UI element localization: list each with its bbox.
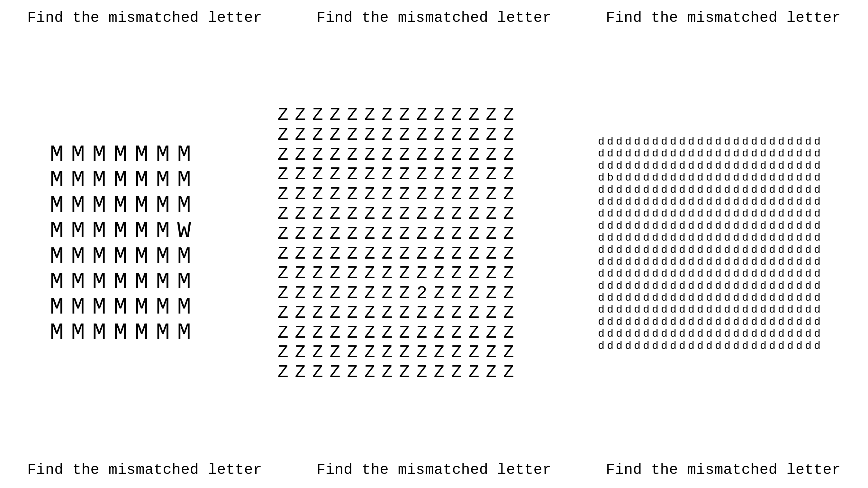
puzzle2-cell: Z bbox=[413, 125, 431, 145]
puzzle2-row: ZZZZZZZZZZZZZZ bbox=[274, 323, 517, 343]
puzzle3-cell: d bbox=[786, 172, 795, 184]
puzzle2-row: ZZZZZZZZZZZZZZ bbox=[274, 165, 517, 185]
puzzle3-cell: d bbox=[750, 328, 759, 340]
puzzle3-cell: d bbox=[615, 172, 624, 184]
puzzle3-cell: d bbox=[606, 256, 615, 268]
puzzle3-row: ddddddddddddddddddddddddd bbox=[597, 292, 822, 304]
puzzle2-cell: Z bbox=[378, 264, 396, 284]
puzzle2-cell: Z bbox=[344, 284, 361, 303]
puzzle2-cell: Z bbox=[378, 224, 396, 244]
puzzle1-cell: M bbox=[152, 320, 174, 346]
puzzle3-cell: d bbox=[660, 328, 669, 340]
puzzle3-cell: d bbox=[777, 160, 786, 172]
puzzle2-cell: Z bbox=[326, 105, 344, 125]
puzzle2-cell: Z bbox=[465, 323, 483, 343]
puzzle3-cell: d bbox=[741, 172, 750, 184]
top-labels: Find the mismatched letter Find the mism… bbox=[0, 0, 868, 26]
puzzle3-cell: d bbox=[696, 256, 705, 268]
puzzle2-cell: Z bbox=[344, 105, 361, 125]
puzzle3-cell: d bbox=[786, 328, 795, 340]
puzzle3-row: ddddddddddddddddddddddddd bbox=[597, 232, 822, 244]
puzzle3-cell: d bbox=[768, 256, 777, 268]
puzzle3-cell: d bbox=[795, 328, 804, 340]
puzzle3-cell: d bbox=[723, 292, 732, 304]
puzzle2-cell: Z bbox=[413, 363, 431, 383]
puzzle2-cell: Z bbox=[483, 165, 500, 185]
puzzle3-cell: d bbox=[750, 244, 759, 256]
puzzle3-cell: d bbox=[804, 340, 813, 352]
puzzle3-cell: d bbox=[759, 304, 768, 316]
puzzle2-cell: Z bbox=[309, 204, 326, 224]
puzzle3-cell: d bbox=[705, 244, 714, 256]
puzzle3-cell: d bbox=[633, 232, 642, 244]
puzzle3-cell: d bbox=[687, 196, 696, 208]
puzzle3-cell: d bbox=[750, 208, 759, 220]
puzzle2-cell: Z bbox=[361, 363, 378, 383]
puzzle3-cell: d bbox=[651, 328, 660, 340]
puzzle2-cell: Z bbox=[396, 204, 413, 224]
puzzle2-cell: Z bbox=[465, 165, 483, 185]
puzzle3-cell: d bbox=[633, 220, 642, 232]
puzzle2-cell: Z bbox=[448, 343, 465, 363]
puzzle3-cell: d bbox=[642, 148, 651, 160]
puzzle3-cell: d bbox=[633, 316, 642, 328]
puzzle3-cell: d bbox=[768, 292, 777, 304]
puzzle3-cell: d bbox=[741, 328, 750, 340]
puzzle3-cell: d bbox=[804, 160, 813, 172]
puzzle3-cell: d bbox=[606, 268, 615, 280]
puzzle2-cell: Z bbox=[500, 145, 517, 165]
puzzle3-cell: d bbox=[696, 268, 705, 280]
puzzle1-cell: M bbox=[152, 168, 174, 193]
puzzle3-cell: d bbox=[786, 316, 795, 328]
puzzle3-cell: d bbox=[624, 196, 633, 208]
puzzle3-cell: d bbox=[651, 148, 660, 160]
puzzle3-cell: d bbox=[705, 316, 714, 328]
puzzle3-cell: d bbox=[597, 232, 606, 244]
puzzle2-cell: Z bbox=[413, 303, 431, 323]
puzzle3-cell: d bbox=[624, 304, 633, 316]
puzzle3-cell: d bbox=[597, 208, 606, 220]
puzzle2-cell: Z bbox=[483, 224, 500, 244]
puzzle3-cell: d bbox=[723, 268, 732, 280]
puzzle3-cell: d bbox=[678, 232, 687, 244]
puzzle3-cell: d bbox=[777, 256, 786, 268]
puzzle3-cell: d bbox=[813, 220, 822, 232]
puzzle1-cell: M bbox=[174, 168, 195, 193]
puzzle2-cell: Z bbox=[500, 204, 517, 224]
puzzle1-cell: M bbox=[67, 168, 89, 193]
puzzle2-cell: Z bbox=[431, 145, 448, 165]
puzzle2-cell: Z bbox=[483, 284, 500, 303]
puzzle1-cell: M bbox=[46, 295, 67, 320]
puzzle3-cell: d bbox=[705, 172, 714, 184]
puzzle3-cell: d bbox=[606, 280, 615, 292]
puzzle3-cell: d bbox=[813, 316, 822, 328]
puzzle3-cell: d bbox=[633, 292, 642, 304]
puzzle2-cell: Z bbox=[378, 343, 396, 363]
bottom-label-right: Find the mismatched letter bbox=[579, 462, 868, 478]
puzzle3-cell: d bbox=[687, 148, 696, 160]
puzzle2-cell: Z bbox=[378, 284, 396, 303]
puzzle3-cell: d bbox=[741, 340, 750, 352]
puzzle3-cell: d bbox=[678, 220, 687, 232]
puzzle3-cell: d bbox=[723, 256, 732, 268]
puzzle2-row: ZZZZZZZZZZZZZZ bbox=[274, 303, 517, 323]
puzzle2-cell: Z bbox=[291, 105, 309, 125]
puzzle3-cell: d bbox=[813, 208, 822, 220]
puzzle3-cell: d bbox=[723, 280, 732, 292]
puzzle3-cell: d bbox=[732, 292, 741, 304]
puzzle3-cell: d bbox=[741, 148, 750, 160]
puzzle3-cell: d bbox=[624, 172, 633, 184]
puzzle2-cell: Z bbox=[291, 165, 309, 185]
puzzle3-cell: d bbox=[669, 172, 678, 184]
puzzle3-cell: d bbox=[705, 292, 714, 304]
puzzle3-cell: d bbox=[732, 268, 741, 280]
puzzle3-cell: d bbox=[777, 136, 786, 148]
top-label-left: Find the mismatched letter bbox=[0, 10, 289, 26]
puzzle2-cell: Z bbox=[413, 264, 431, 284]
puzzle3-cell: d bbox=[687, 316, 696, 328]
puzzle1-row: MMMMMMM bbox=[46, 142, 195, 168]
puzzle3-cell: d bbox=[651, 268, 660, 280]
puzzle1-row: MMMMMMM bbox=[46, 193, 195, 219]
puzzle2-cell: Z bbox=[465, 244, 483, 264]
puzzle3-cell: d bbox=[669, 304, 678, 316]
